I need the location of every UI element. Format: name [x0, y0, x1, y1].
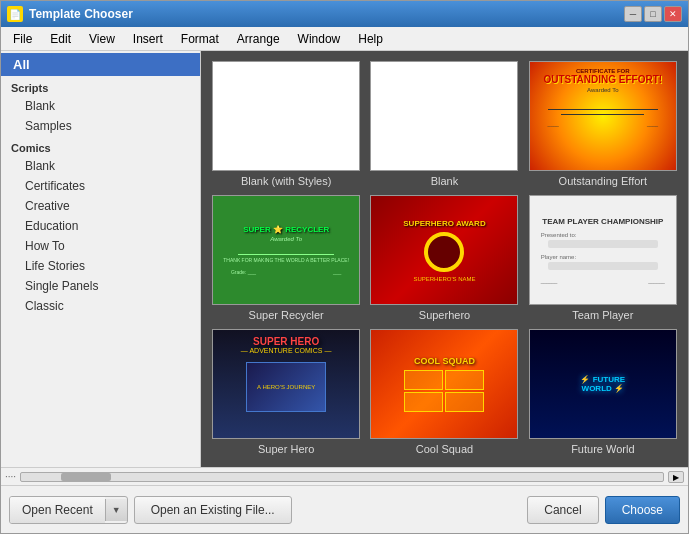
open-recent-split-button: Open Recent ▼ [9, 496, 128, 524]
sidebar: All Scripts Blank Samples Comics Blank C… [1, 51, 201, 467]
menu-view[interactable]: View [81, 30, 123, 48]
sidebar-item-life-stories[interactable]: Life Stories [1, 256, 200, 276]
template-item-recycler[interactable]: SUPER ⭐ RECYCLER Awarded To THANK FOR MA… [211, 195, 361, 321]
teamplayer-graphic: TEAM PLAYER CHAMPIONSHIP Presented to: P… [530, 196, 676, 304]
template-label-superhero: Superhero [419, 309, 470, 321]
template-label-superhero2: Super Hero [258, 443, 314, 455]
team-line-2 [548, 262, 658, 270]
title-bar: 📄 Template Chooser ─ □ ✕ [1, 1, 688, 27]
sidebar-item-howto[interactable]: How To [1, 236, 200, 256]
template-content-area[interactable]: Blank (with Styles) Blank CERTIFICATE FO… [201, 51, 688, 467]
window-title: Template Chooser [29, 7, 133, 21]
menu-window[interactable]: Window [290, 30, 349, 48]
open-recent-dropdown-arrow[interactable]: ▼ [105, 499, 127, 521]
superhero-circle [424, 232, 464, 272]
title-controls: ─ □ ✕ [624, 6, 682, 22]
sidebar-item-single-panels[interactable]: Single Panels [1, 276, 200, 296]
futureworld-graphic: ⚡ FUTUREWORLD ⚡ [530, 330, 676, 438]
template-label-blank-styles: Blank (with Styles) [241, 175, 331, 187]
bottom-bar: Open Recent ▼ Open an Existing File... C… [1, 485, 688, 533]
template-label-coolsquad: Cool Squad [416, 443, 474, 455]
template-item-blank[interactable]: Blank [369, 61, 519, 187]
template-grid: Blank (with Styles) Blank CERTIFICATE FO… [201, 51, 688, 465]
template-thumb-blank-styles [212, 61, 360, 171]
cancel-button[interactable]: Cancel [527, 496, 598, 524]
sidebar-item-scripts-samples[interactable]: Samples [1, 116, 200, 136]
scroll-end-btn[interactable]: ▶ [668, 471, 684, 483]
coolsquad-graphic: COOL SQUAD [371, 330, 517, 438]
superhero2-graphic: SUPER HERO — ADVENTURE COMICS — A HERO'S… [213, 330, 359, 438]
template-label-teamplayer: Team Player [572, 309, 633, 321]
coolsquad-panel-2 [445, 370, 484, 390]
scrollbar-track[interactable] [20, 472, 664, 482]
choose-button[interactable]: Choose [605, 496, 680, 524]
recycler-graphic: SUPER ⭐ RECYCLER Awarded To THANK FOR MA… [213, 196, 359, 304]
template-item-superhero[interactable]: SUPERHERO AWARD SUPERHERO'S NAME Superhe… [369, 195, 519, 321]
template-thumb-coolsquad: COOL SQUAD [370, 329, 518, 439]
sidebar-item-all[interactable]: All [1, 53, 200, 76]
template-label-recycler: Super Recycler [249, 309, 324, 321]
menu-file[interactable]: File [5, 30, 40, 48]
superhero-graphic: SUPERHERO AWARD SUPERHERO'S NAME [371, 196, 517, 304]
sidebar-item-comics-blank[interactable]: Blank [1, 156, 200, 176]
menu-format[interactable]: Format [173, 30, 227, 48]
menu-bar: File Edit View Insert Format Arrange Win… [1, 27, 688, 51]
scroll-dots: ···· [5, 471, 16, 482]
template-item-futureworld[interactable]: ⚡ FUTUREWORLD ⚡ Future World [528, 329, 678, 455]
template-label-blank: Blank [431, 175, 459, 187]
coolsquad-panel-4 [445, 392, 484, 412]
menu-help[interactable]: Help [350, 30, 391, 48]
outstanding-graphic: CERTIFICATE FOR OUTSTANDING EFFORT! Awar… [530, 62, 676, 170]
coolsquad-panel-3 [404, 392, 443, 412]
menu-insert[interactable]: Insert [125, 30, 171, 48]
sidebar-group-scripts: Scripts [1, 76, 200, 96]
template-thumb-superhero2: SUPER HERO — ADVENTURE COMICS — A HERO'S… [212, 329, 360, 439]
coolsquad-panels [404, 370, 484, 412]
template-thumb-futureworld: ⚡ FUTUREWORLD ⚡ [529, 329, 677, 439]
maximize-button[interactable]: □ [644, 6, 662, 22]
sidebar-group-comics: Comics [1, 136, 200, 156]
horizontal-scrollbar: ···· ▶ [1, 467, 688, 485]
template-thumb-superhero: SUPERHERO AWARD SUPERHERO'S NAME [370, 195, 518, 305]
template-item-blank-styles[interactable]: Blank (with Styles) [211, 61, 361, 187]
menu-arrange[interactable]: Arrange [229, 30, 288, 48]
template-item-coolsquad[interactable]: COOL SQUAD Cool Squad [369, 329, 519, 455]
template-thumb-outstanding: CERTIFICATE FOR OUTSTANDING EFFORT! Awar… [529, 61, 677, 171]
template-thumb-blank [370, 61, 518, 171]
sidebar-item-creative[interactable]: Creative [1, 196, 200, 216]
close-button[interactable]: ✕ [664, 6, 682, 22]
minimize-button[interactable]: ─ [624, 6, 642, 22]
template-chooser-window: 📄 Template Chooser ─ □ ✕ File Edit View … [0, 0, 689, 534]
team-line-1 [548, 240, 658, 248]
app-icon: 📄 [7, 6, 23, 22]
sidebar-item-certificates[interactable]: Certificates [1, 176, 200, 196]
sidebar-item-classic[interactable]: Classic [1, 296, 200, 316]
menu-edit[interactable]: Edit [42, 30, 79, 48]
sidebar-item-education[interactable]: Education [1, 216, 200, 236]
template-item-outstanding[interactable]: CERTIFICATE FOR OUTSTANDING EFFORT! Awar… [528, 61, 678, 187]
sidebar-item-scripts-blank[interactable]: Blank [1, 96, 200, 116]
main-content: All Scripts Blank Samples Comics Blank C… [1, 51, 688, 467]
template-item-superhero2[interactable]: SUPER HERO — ADVENTURE COMICS — A HERO'S… [211, 329, 361, 455]
template-thumb-teamplayer: TEAM PLAYER CHAMPIONSHIP Presented to: P… [529, 195, 677, 305]
open-existing-button[interactable]: Open an Existing File... [134, 496, 292, 524]
template-thumb-recycler: SUPER ⭐ RECYCLER Awarded To THANK FOR MA… [212, 195, 360, 305]
scrollbar-thumb[interactable] [61, 473, 111, 481]
template-label-outstanding: Outstanding Effort [559, 175, 647, 187]
title-bar-left: 📄 Template Chooser [7, 6, 133, 22]
template-item-teamplayer[interactable]: TEAM PLAYER CHAMPIONSHIP Presented to: P… [528, 195, 678, 321]
open-recent-button[interactable]: Open Recent [10, 497, 105, 523]
coolsquad-panel-1 [404, 370, 443, 390]
template-label-futureworld: Future World [571, 443, 634, 455]
